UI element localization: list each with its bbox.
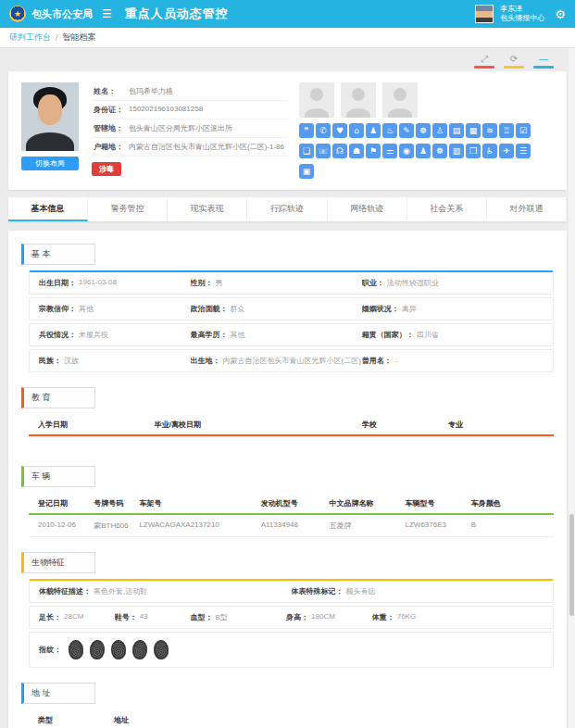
field: 曾用名：.. (362, 356, 544, 366)
suspect-icon[interactable]: ♟ (416, 144, 431, 158)
entertainment-icon[interactable]: ♿ (482, 144, 497, 158)
subway-icon[interactable]: ▣ (299, 164, 314, 179)
education-icon[interactable]: ✎ (399, 123, 414, 138)
vehicle-table-header: 登记日期号牌号码车架号发动机型号中文品牌名称车辆型号车身颜色 (29, 493, 554, 515)
phone-icon[interactable]: ☏ (316, 144, 331, 158)
record-icon[interactable]: ◉ (399, 144, 414, 158)
basic-row-2: 宗教信仰：其他政治面貌：群众婚姻状况：离异 (29, 297, 554, 320)
section-address: 地 址 类型地址 家庭地址 内蒙古自治区包头市青山区光辉小区(二区)-1-86 … (21, 683, 554, 728)
user-meta[interactable]: 李东泽 包头情报中心 (500, 5, 544, 23)
column-header: 学校 (362, 420, 448, 430)
scrollbar-track[interactable] (569, 48, 575, 728)
table-cell: 2010-12-06 (38, 521, 94, 531)
hotel-icon[interactable]: ♨ (382, 123, 397, 138)
field: 体重：76KG (372, 612, 544, 622)
profile-card: 切换布局 姓名： 包玛希毕力格 身份证： 150202196103081258 … (8, 71, 567, 190)
section-basic-title: 基 本 (21, 244, 95, 265)
tab[interactable]: 网络轨迹 (328, 197, 407, 221)
field: 鞋号：43 (115, 612, 191, 622)
home-icon[interactable]: ⌂ (349, 123, 364, 138)
feature-icon-row-1: ❞✆♥⌂♟♨✎☸♙▤▦≋♖☑ (299, 123, 554, 138)
police-car-icon[interactable]: ☸ (432, 144, 447, 158)
tab[interactable]: 对外联通 (487, 197, 567, 221)
gallery-avatar-placeholder[interactable] (382, 82, 418, 118)
basic-row-4: 民族：汉族出生地：内蒙古自治区包头市青山区光辉小区(二区)-1-86曾用名：.. (29, 349, 554, 372)
table-cell: B (471, 521, 544, 531)
logistics-icon[interactable]: ❒ (466, 144, 481, 158)
signal-icon[interactable]: ☊ (332, 144, 347, 158)
finance-icon[interactable]: ❑ (299, 144, 314, 158)
profile-field: 身份证： 150202196103081258 (92, 101, 288, 119)
photo-gallery (299, 82, 554, 118)
tab[interactable]: 警务管控 (88, 197, 168, 221)
group-icon[interactable]: ♟ (366, 123, 381, 138)
table-cell: 五菱牌 (329, 521, 405, 531)
scrollbar-thumb[interactable] (569, 514, 574, 616)
bank-icon[interactable]: ♖ (499, 123, 514, 138)
tag-icon[interactable]: ⚑ (366, 144, 381, 158)
column-header: 地址 (114, 715, 544, 725)
section-address-title: 地 址 (21, 683, 95, 704)
vehicle-table-row: 2010-12-06蒙BTH606LZWACAGAXA2137210A11334… (29, 515, 554, 537)
column-header: 专业 (448, 420, 544, 430)
switch-layout-button[interactable]: 切换布局 (21, 157, 79, 170)
subject-photo[interactable] (21, 82, 79, 151)
column-header: 车辆型号 (406, 498, 471, 508)
car-icon[interactable]: ☸ (416, 123, 431, 138)
field: 血型：B型 (191, 612, 287, 622)
settings-gear-icon[interactable]: ⚙ (555, 7, 566, 21)
column-header: 发动机型号 (261, 498, 330, 508)
document-icon[interactable]: ▤ (449, 123, 464, 138)
taxi-icon[interactable]: ☗ (349, 144, 364, 158)
basic-row-1: 出生日期：1961-03-08性别：男职业：流动性较强职业 (29, 270, 554, 295)
breadcrumb-parent-link[interactable]: 研判工作台 (9, 31, 51, 44)
collapse-icon[interactable]: — (533, 54, 554, 69)
section-basic: 基 本 出生日期：1961-03-08性别：男职业：流动性较强职业 宗教信仰：其… (21, 244, 554, 372)
field: 体貌特征描述：黑色外套,运动鞋 (39, 586, 292, 596)
table-cell: A11334948 (261, 521, 330, 531)
risk-badge-drug: 涉毒 (92, 162, 121, 176)
train-icon[interactable]: ☰ (516, 144, 531, 158)
section-education-title: 教 育 (21, 387, 95, 408)
field: 最高学历：其他 (191, 330, 362, 340)
fingerprint-image (131, 639, 147, 659)
profile-field: 管辖地： 包头青山区分局光辉小区派出所 (92, 119, 288, 138)
column-header: 类型 (38, 715, 114, 725)
field: 政治面貌：群众 (191, 304, 362, 314)
id-card-icon[interactable]: ▥ (449, 144, 464, 158)
phone-call-icon[interactable]: ✆ (316, 123, 331, 138)
field: 体表特殊标记：额头有痣 (292, 586, 544, 596)
fullscreen-icon[interactable]: ⤢ (474, 54, 494, 69)
basic-info-panel: 基 本 出生日期：1961-03-08性别：男职业：流动性较强职业 宗教信仰：其… (8, 231, 567, 728)
basic-row-3: 兵役情况：未服兵役最高学历：其他籍贯（国家）：四川省 (29, 323, 554, 346)
profile-field-value: 内蒙古自治区包头市青山区光辉小区(二区)-1-86 (129, 142, 284, 152)
flight-icon[interactable]: ✈ (499, 144, 514, 158)
case-check-icon[interactable]: ☑ (516, 123, 531, 138)
tab[interactable]: 现实表现 (168, 197, 247, 221)
breadcrumb: 研判工作台 / 智能档案 (0, 28, 575, 48)
gallery-avatar-placeholder[interactable] (299, 82, 334, 118)
education-table-header: 入学日期毕业/离校日期学校专业 (29, 414, 554, 436)
heart-icon[interactable]: ♥ (332, 123, 347, 138)
profile-field-value: 包玛希毕力格 (129, 86, 173, 96)
chat-icon[interactable]: ❞ (299, 123, 314, 138)
field: 出生地：内蒙古自治区包头市青山区光辉小区(二区)-1-86 (191, 356, 362, 366)
tab[interactable]: 行踪轨迹 (247, 197, 327, 221)
tab[interactable]: 社会关系 (407, 197, 487, 221)
fingerprint-image (68, 640, 83, 660)
profile-field-label: 身份证： (94, 105, 129, 115)
user-avatar[interactable] (475, 5, 494, 23)
refresh-icon[interactable]: ⟳ (504, 54, 524, 69)
person-icon[interactable]: ♙ (432, 123, 447, 138)
column-header: 入学日期 (38, 420, 155, 430)
gallery-avatar-placeholder[interactable] (341, 82, 376, 118)
tab[interactable]: 基本信息 (8, 197, 88, 221)
field: 民族：汉族 (39, 356, 191, 366)
hamburger-menu-icon[interactable]: ☰ (102, 7, 112, 20)
lodging-icon[interactable]: ⚌ (382, 144, 397, 158)
network-icon[interactable]: ≋ (482, 123, 497, 138)
profile-field: 户籍地： 内蒙古自治区包头市青山区光辉小区(二区)-1-86 (92, 138, 288, 157)
certificate-icon[interactable]: ▦ (466, 123, 481, 138)
table-cell: 蒙BTH606 (94, 521, 139, 531)
field: 身高：180CM (286, 612, 372, 622)
